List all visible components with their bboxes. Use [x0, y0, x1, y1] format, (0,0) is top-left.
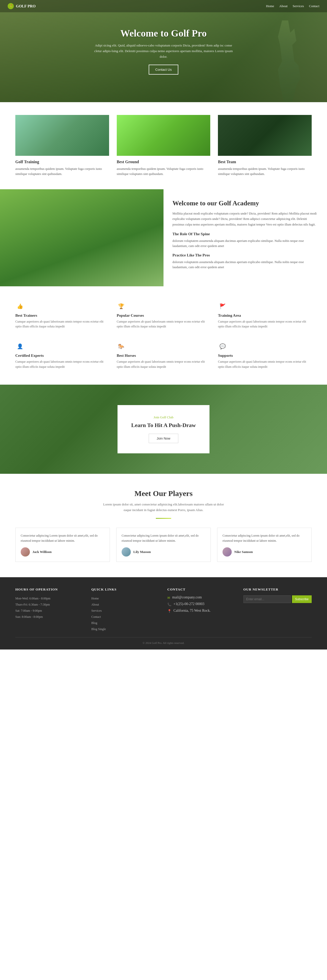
footer-newsletter: OUR NEWSLETTER Subscribe — [244, 587, 312, 632]
service-title-2: Best Team — [218, 160, 312, 164]
footer-link-home[interactable]: Home — [91, 595, 160, 601]
player-info-0: Jack Willison — [21, 547, 104, 557]
footer-link-blog-single[interactable]: Blog Single — [91, 626, 160, 632]
navbar: ⛳ GOLF PRO Home About Services Contact — [0, 0, 327, 12]
nav-contact[interactable]: Contact — [309, 4, 319, 8]
academy-content: Welcome to our Golf Academy Mollitia pla… — [164, 189, 327, 286]
contact-us-button[interactable]: Contact Us — [149, 65, 178, 75]
nav-services[interactable]: Services — [293, 4, 304, 8]
logo-text: GOLF PRO — [16, 4, 35, 8]
footer-quicklinks-title: QUICK LINKS — [91, 587, 160, 592]
player-card-0: Consectetur adipiscing Lorem ipsum dolor… — [15, 528, 110, 562]
footer-email-row: ✉ mail@company.com — [167, 595, 236, 600]
footer-contact: CONTACT ✉ mail@company.com 📞 +1(25)-00-2… — [167, 587, 236, 632]
player-text-1: Consectetur adipiscing Lorem ipsum dolor… — [121, 533, 206, 544]
player-text-0: Consectetur adipiscing Lorem ipsum dolor… — [21, 533, 104, 544]
feature-title-5: Supports — [218, 353, 312, 358]
player-avatar-1 — [121, 547, 131, 557]
feature-item-2: 🚩 Training Area Cumque asperiores ab qua… — [218, 299, 312, 331]
feature-title-1: Popular Courses — [117, 313, 211, 318]
footer-address-row: 📍 California, 75 West Rock. — [167, 609, 236, 613]
players-title: Meet Our Players — [15, 489, 312, 498]
service-title-1: Best Ground — [117, 160, 211, 164]
footer-hour-2: Sat: 7:00am - 9:00pm — [15, 608, 84, 614]
service-image-2 — [218, 115, 312, 156]
feature-icon-4: 🐎 — [117, 342, 126, 351]
feature-icon-0: 👍 — [15, 302, 24, 311]
newsletter-input[interactable] — [244, 595, 291, 603]
service-title-0: Golf Training — [15, 160, 109, 164]
footer-link-about[interactable]: About — [91, 601, 160, 608]
players-description: Lorem ipsum dolor sit, amet consectetur … — [100, 502, 227, 513]
footer-copyright: © 2024 Golf Pro. All rights reserved. — [142, 641, 185, 644]
player-text-2: Consectetur adipiscing Lorem ipsum dolor… — [223, 533, 306, 544]
service-card-1: Best Ground assumenda temporibus quidem … — [117, 115, 211, 177]
services-section: Golf Training assumenda temporibus quide… — [0, 102, 327, 189]
feature-icon-1: 🏆 — [117, 302, 126, 311]
player-name-2: Nike Samson — [234, 550, 253, 554]
feature-icon-5: 💬 — [218, 342, 227, 351]
features-grid: 👍 Best Trainers Cumque asperiores ab qua… — [15, 299, 312, 372]
player-avatar-2 — [223, 547, 232, 557]
footer-newsletter-title: OUR NEWSLETTER — [244, 587, 312, 592]
feature-title-0: Best Trainers — [15, 313, 109, 318]
location-icon: 📍 — [167, 609, 171, 613]
feature-title-4: Best Horses — [117, 353, 211, 358]
players-section: Meet Our Players Lorem ipsum dolor sit, … — [0, 474, 327, 577]
feature-icon-2: 🚩 — [218, 302, 227, 311]
feature-item-0: 👍 Best Trainers Cumque asperiores ab qua… — [15, 299, 109, 331]
footer-hours-title: HOURS OF OPERATION — [15, 587, 84, 592]
feature-title-2: Training Area — [218, 313, 312, 318]
footer: HOURS OF OPERATION Mon-Wed: 6:00am - 8:0… — [0, 577, 327, 649]
join-title: Learn To Hit A Push-Draw — [130, 422, 197, 429]
service-desc-0: assumenda temporibus quidem ipsum. Volup… — [15, 166, 109, 177]
join-subtitle: Join Golf Club — [130, 415, 197, 419]
nav-home[interactable]: Home — [266, 4, 274, 8]
hero-section: Welcome to Golf Pro Adipi sicing elit. Q… — [0, 0, 327, 102]
feature-icon-3: 👤 — [15, 342, 24, 351]
footer-hour-1: Thurs-Fri: 6:30am - 7:30pm — [15, 601, 84, 608]
academy-section-title-0: The Role Of The Spine — [172, 232, 318, 236]
academy-img-inner — [0, 189, 164, 286]
nav-about[interactable]: About — [279, 4, 288, 8]
nav-links: Home About Services Contact — [266, 4, 319, 8]
footer-link-blog[interactable]: Blog — [91, 620, 160, 626]
academy-title: Welcome to our Golf Academy — [172, 199, 318, 207]
academy-image — [0, 189, 164, 286]
feature-text-0: Cumque asperiores ab quasi laboriosam om… — [15, 319, 109, 329]
feature-text-1: Cumque asperiores ab quasi laboriosam om… — [117, 319, 211, 329]
feature-text-5: Cumque asperiores ab quasi laboriosam om… — [218, 360, 312, 369]
players-grid: Consectetur adipiscing Lorem ipsum dolor… — [15, 528, 312, 562]
player-info-1: Lily Masson — [121, 547, 206, 557]
footer-hours: HOURS OF OPERATION Mon-Wed: 6:00am - 8:0… — [15, 587, 84, 632]
player-info-2: Nike Samson — [223, 547, 306, 557]
academy-section: Welcome to our Golf Academy Mollitia pla… — [0, 189, 327, 286]
service-image-1 — [117, 115, 211, 156]
feature-item-3: 👤 Certified Experts Cumque asperiores ab… — [15, 339, 109, 372]
players-divider — [156, 518, 171, 519]
footer-grid: HOURS OF OPERATION Mon-Wed: 6:00am - 8:0… — [15, 587, 312, 632]
player-card-1: Consectetur adipiscing Lorem ipsum dolor… — [116, 528, 211, 562]
footer-phone: +1(25)-00-272 00003 — [174, 602, 204, 606]
service-card-0: Golf Training assumenda temporibus quide… — [15, 115, 109, 177]
services-grid: Golf Training assumenda temporibus quide… — [15, 115, 312, 177]
footer-address: California, 75 West Rock. — [174, 609, 211, 613]
email-icon: ✉ — [167, 596, 170, 600]
footer-email: mail@company.com — [172, 595, 202, 600]
feature-text-2: Cumque asperiores ab quasi laboriosam om… — [218, 319, 312, 329]
feature-text-3: Cumque asperiores ab quasi laboriosam om… — [15, 360, 109, 369]
join-box: Join Golf Club Learn To Hit A Push-Draw … — [118, 405, 209, 453]
features-section: 👍 Best Trainers Cumque asperiores ab qua… — [0, 286, 327, 385]
footer-link-contact[interactable]: Contact — [91, 614, 160, 620]
footer-phone-row: 📞 +1(25)-00-272 00003 — [167, 602, 236, 606]
academy-section-text-0: dolorum voluptatem assumenda aliquam duc… — [172, 238, 318, 248]
feature-item-1: 🏆 Popular Courses Cumque asperiores ab q… — [117, 299, 211, 331]
footer-quicklinks: QUICK LINKS Home About Services Contact … — [91, 587, 160, 632]
footer-link-services[interactable]: Services — [91, 608, 160, 614]
player-card-2: Consectetur adipiscing Lorem ipsum dolor… — [217, 528, 312, 562]
subscribe-button[interactable]: Subscribe — [292, 595, 312, 603]
academy-section-text-1: dolorum voluptatem assumenda aliquam duc… — [172, 259, 318, 270]
service-image-0 — [15, 115, 109, 156]
player-name-1: Lily Masson — [133, 550, 151, 554]
join-now-button[interactable]: Join Now — [149, 434, 178, 443]
